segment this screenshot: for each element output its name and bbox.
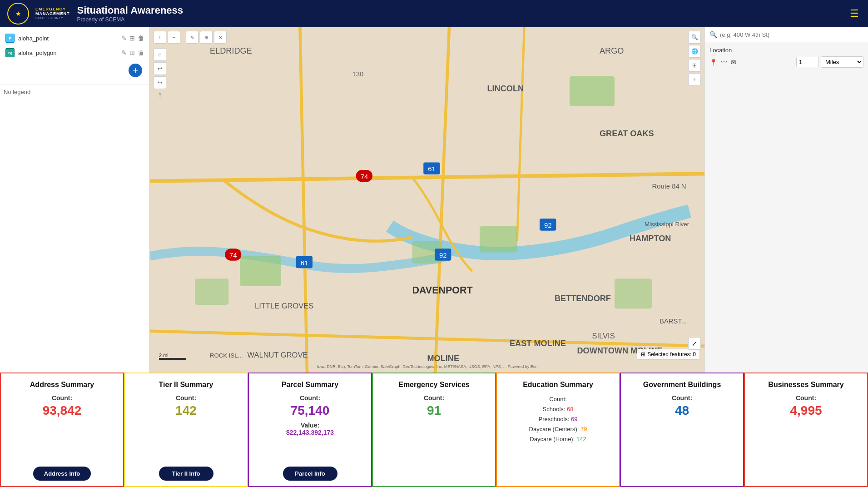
search-input[interactable] — [720, 31, 863, 38]
location-number: Miles Kilometers Feet — [796, 56, 863, 68]
svg-text:MOLINE: MOLINE — [427, 354, 460, 363]
basemap-button[interactable]: 🌐 — [688, 45, 701, 58]
svg-text:130: 130 — [352, 70, 364, 78]
layer-name-point: aloha_point — [18, 35, 121, 42]
emergency-count-value: 91 — [427, 403, 441, 418]
schools-label: Schools: — [543, 406, 567, 412]
grid-icon-polygon[interactable]: ⊞ — [129, 49, 135, 56]
svg-text:74: 74 — [361, 173, 368, 180]
svg-text:Route 84 N: Route 84 N — [652, 183, 686, 190]
location-line-icon[interactable]: 〰 — [721, 59, 727, 66]
selected-features-icon: ⊞ — [641, 351, 645, 358]
draw-point-button[interactable]: ✎ — [186, 31, 198, 44]
daycare-center-label: Daycare (Centers): — [529, 426, 580, 432]
bottom-section: Address Summary Count: 93,842 Address In… — [0, 373, 868, 487]
scale-bar — [159, 358, 186, 360]
svg-text:61: 61 — [428, 165, 436, 173]
address-summary-card: Address Summary Count: 93,842 Address In… — [0, 373, 124, 487]
menu-button[interactable]: ☰ — [850, 8, 859, 20]
edit-icon-point[interactable]: ✎ — [121, 35, 127, 42]
zoom-in-button[interactable]: + — [154, 31, 166, 44]
business-count-value: 4,995 — [790, 403, 822, 418]
logo-star-icon: ★ — [15, 10, 21, 17]
forward-button[interactable]: ↪ — [154, 76, 166, 89]
svg-rect-6 — [570, 76, 615, 106]
location-section: Location 📍 〰 ✉ Miles Kilometers Feet — [705, 42, 868, 72]
layer-item-point: P aloha_point ✎ ⊞ 🗑 — [4, 31, 146, 45]
svg-text:BETTENDORF: BETTENDORF — [555, 294, 611, 303]
svg-text:Mississippi River: Mississippi River — [645, 221, 689, 228]
header-logo: ★ EMERGENCY MANAGEMENT SCOTT COUNTY — [7, 3, 70, 25]
parcel-count-value: 75,140 — [291, 403, 330, 418]
parcel-card-title: Parcel Summary — [282, 381, 338, 389]
svg-text:92: 92 — [439, 252, 447, 259]
map-attribution: Iowa DNR, Esri, TomTom, Garmin, SafeGrap… — [150, 364, 704, 369]
search-map-button[interactable]: 🔍 — [688, 31, 701, 44]
home-button[interactable]: ⌂ — [154, 48, 166, 61]
tier2-card-title: Tier II Summary — [159, 381, 213, 389]
delete-icon-polygon[interactable]: 🗑 — [138, 49, 144, 56]
edit-icon-polygon[interactable]: ✎ — [121, 49, 127, 56]
parcel-value-label: Value: — [301, 422, 319, 429]
layer-icon-polygon: Pg — [5, 48, 15, 57]
tier2-count-value: 142 — [175, 403, 197, 418]
right-panel: 🔍 Location 📍 〰 ✉ Miles Kilometers Feet — [704, 27, 868, 373]
location-number-input[interactable] — [796, 57, 819, 67]
svg-rect-9 — [240, 256, 281, 286]
selected-features-badge: ⊞ Selected features: 0 — [637, 349, 700, 360]
map-area[interactable]: 61 61 92 92 74 74 LINCOLN GREAT OAKS HAM… — [150, 27, 704, 373]
svg-rect-10 — [195, 278, 228, 305]
parcel-summary-card: Parcel Summary Count: 75,140 Value: $22,… — [248, 373, 372, 487]
close-draw-button[interactable]: ✕ — [214, 31, 227, 44]
map-left-nav: ⌂ ↩ ↪ ↑ — [154, 48, 166, 99]
legend-section: No legend — [0, 85, 149, 373]
add-layer-button[interactable]: + — [129, 64, 142, 77]
government-card-title: Government Buildings — [643, 381, 721, 389]
layer-actions-polygon: ✎ ⊞ 🗑 — [121, 49, 144, 56]
tier2-count-label: Count: — [176, 394, 196, 402]
zoom-out-button[interactable]: − — [168, 31, 180, 44]
grid-icon-point[interactable]: ⊞ — [129, 35, 135, 42]
legend-button[interactable]: ≡ — [688, 73, 701, 86]
address-count-value: 93,842 — [43, 403, 82, 418]
logo-county-text: SCOTT COUNTY — [35, 16, 70, 20]
emergency-card-title: Emergency Services — [398, 381, 470, 389]
svg-text:61: 61 — [301, 259, 308, 267]
business-card-title: Businesses Summary — [768, 381, 843, 389]
header: ★ EMERGENCY MANAGEMENT SCOTT COUNTY Situ… — [0, 0, 868, 27]
left-panel: P aloha_point ✎ ⊞ 🗑 Pg aloha_polygon ✎ ⊞ — [0, 27, 150, 373]
svg-text:LINCOLN: LINCOLN — [487, 84, 524, 93]
delete-icon-point[interactable]: 🗑 — [138, 35, 144, 42]
compass-icon: ↑ — [154, 90, 166, 99]
location-unit-select[interactable]: Miles Kilometers Feet — [821, 56, 863, 68]
app-title: Situational Awareness — [77, 5, 184, 16]
layer-list-button[interactable]: ⊞ — [200, 31, 213, 44]
government-count-label: Count: — [672, 394, 692, 402]
location-pin-icon[interactable]: 📍 — [709, 59, 717, 66]
selected-features-text: Selected features: 0 — [647, 351, 696, 358]
education-sub-counts: Count: Schools: 68 Preschools: 69 Daycar… — [529, 394, 587, 444]
fullscreen-button[interactable]: ⤢ — [688, 337, 701, 350]
scale-label: 2 mi — [159, 353, 169, 358]
tier2-summary-card: Tier II Summary Count: 142 Tier II Info — [124, 373, 248, 487]
layer-list: P aloha_point ✎ ⊞ 🗑 Pg aloha_polygon ✎ ⊞ — [0, 27, 149, 85]
location-mail-icon[interactable]: ✉ — [731, 59, 736, 66]
back-button[interactable]: ↩ — [154, 62, 166, 75]
map-svg: 61 61 92 92 74 74 LINCOLN GREAT OAKS HAM… — [150, 27, 704, 373]
layers-button[interactable]: ⊞ — [688, 59, 701, 72]
map-toolbar-top: + − ✎ ⊞ ✕ — [154, 31, 227, 44]
layer-actions-point: ✎ ⊞ 🗑 — [121, 35, 144, 42]
education-summary-card: Education Summary Count: Schools: 68 Pre… — [496, 373, 620, 487]
svg-text:ELDRIDGE: ELDRIDGE — [210, 46, 252, 55]
layer-name-polygon: aloha_polygon — [18, 50, 121, 56]
education-count-label: Count: — [549, 396, 566, 403]
parcel-count-label: Count: — [300, 394, 320, 402]
main-container: P aloha_point ✎ ⊞ 🗑 Pg aloha_polygon ✎ ⊞ — [0, 27, 868, 487]
tier2-info-button[interactable]: Tier II Info — [159, 467, 213, 481]
svg-text:GREAT OAKS: GREAT OAKS — [600, 129, 654, 138]
address-info-button[interactable]: Address Info — [33, 467, 91, 481]
address-count-label: Count: — [52, 394, 72, 402]
preschools-label: Preschools: — [538, 416, 571, 422]
parcel-info-button[interactable]: Parcel Info — [283, 467, 337, 481]
svg-text:DAVENPORT: DAVENPORT — [412, 285, 473, 296]
